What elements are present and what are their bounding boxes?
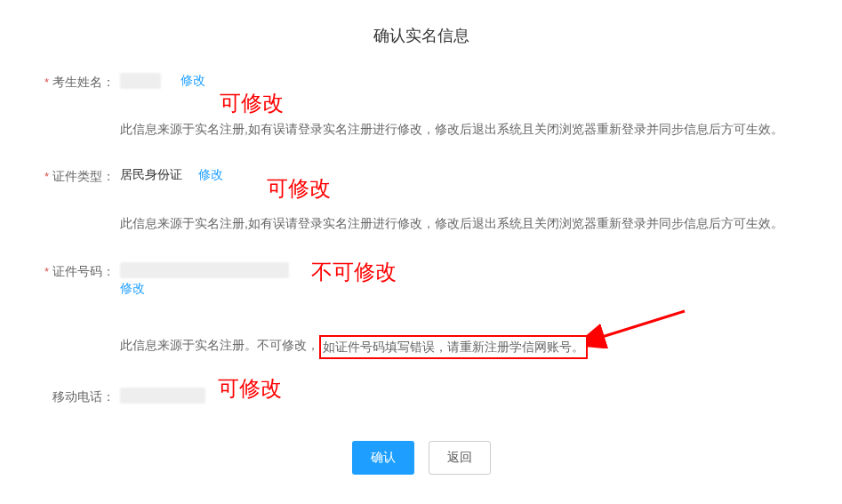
hint-idnum-prefix: 此信息来源于实名注册。不可修改 <box>120 335 307 355</box>
value-idtype: 居民身份证 <box>120 167 182 183</box>
modify-name-link[interactable]: 修改 <box>180 73 205 89</box>
row-name: *考生姓名： 修改 <box>0 73 842 91</box>
required-mark: * <box>44 170 49 183</box>
annotation-idtype: 可修改 <box>267 174 331 203</box>
label-idnum: 证件号码： <box>52 264 115 278</box>
arrow-icon <box>587 304 694 348</box>
annotation-idnum: 不可修改 <box>311 258 397 286</box>
value-phone-redacted <box>120 388 205 404</box>
label-phone: 移动电话： <box>52 389 115 404</box>
required-mark: * <box>44 265 49 278</box>
annotation-name: 可修改 <box>220 89 284 117</box>
row-idnum: *证件号码： 修改 <box>0 262 842 298</box>
required-mark: * <box>44 76 49 89</box>
hint-idnum-boxed: 如证件号码填写错误，请重新注册学信网账号。 <box>319 335 588 358</box>
modify-idnum-link[interactable]: 修改 <box>120 278 145 298</box>
svg-line-1 <box>599 311 685 338</box>
row-phone: 移动电话： <box>0 388 842 405</box>
annotation-phone: 可修改 <box>218 374 282 403</box>
row-idtype: *证件类型： 居民身份证 修改 <box>0 167 842 185</box>
confirm-button[interactable]: 确认 <box>352 441 414 475</box>
label-name: 考生姓名： <box>52 75 115 89</box>
hint-idtype: 此信息来源于实名注册,如有误请登录实名注册进行修改，修改后退出系统且关闭浏览器重… <box>120 213 842 233</box>
value-name-redacted <box>120 73 161 89</box>
page-title: 确认实名信息 <box>0 0 842 73</box>
modify-idtype-link[interactable]: 修改 <box>198 167 223 183</box>
row-idnum-hint: 此信息来源于实名注册。不可修改，如证件号码填写错误，请重新注册学信网账号。 <box>0 335 842 358</box>
button-row: 确认 返回 <box>0 441 842 475</box>
value-idnum-redacted <box>120 262 289 278</box>
label-idtype: 证件类型： <box>52 169 115 183</box>
hint-name: 此信息来源于实名注册,如有误请登录实名注册进行修改，修改后退出系统且关闭浏览器重… <box>120 119 842 139</box>
back-button[interactable]: 返回 <box>429 441 491 475</box>
row-name-hint: 此信息来源于实名注册,如有误请登录实名注册进行修改，修改后退出系统且关闭浏览器重… <box>0 119 842 139</box>
row-idtype-hint: 此信息来源于实名注册,如有误请登录实名注册进行修改，修改后退出系统且关闭浏览器重… <box>0 213 842 233</box>
